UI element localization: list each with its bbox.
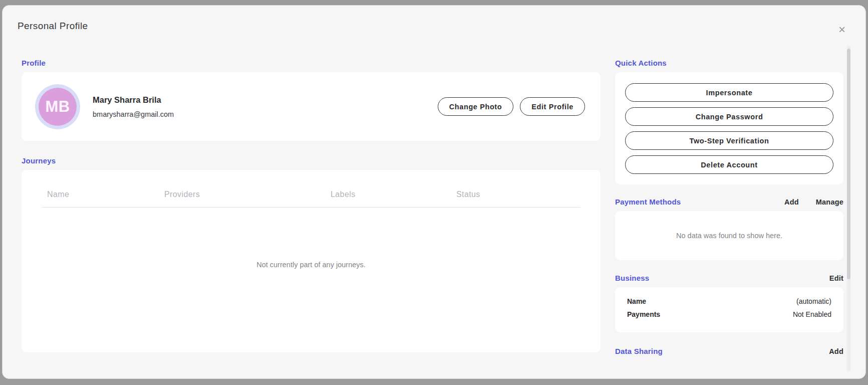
page-title: Personal Profile bbox=[18, 21, 88, 32]
side-column: Quick Actions Impersonate Change Passwor… bbox=[615, 59, 843, 360]
change-photo-button[interactable]: Change Photo bbox=[438, 97, 513, 116]
payment-methods-section-label: Payment Methods bbox=[615, 198, 681, 206]
quick-actions-section-header: Quick Actions bbox=[615, 59, 843, 67]
edit-profile-button[interactable]: Edit Profile bbox=[520, 97, 585, 116]
business-card: Name (automatic) Payments Not Enabled bbox=[615, 287, 843, 332]
business-edit-link[interactable]: Edit bbox=[829, 274, 843, 282]
column-header-labels: Labels bbox=[331, 190, 456, 199]
impersonate-button[interactable]: Impersonate bbox=[625, 83, 833, 102]
profile-card: MB Mary Sharra Brila bmarysharra@gmail.c… bbox=[22, 72, 601, 141]
payment-methods-empty-message: No data was found to show here. bbox=[676, 232, 782, 240]
avatar-initials: MB bbox=[39, 88, 77, 126]
journeys-card: Name Providers Labels Status Not current… bbox=[22, 170, 601, 352]
person-email: bmarysharra@gmail.com bbox=[93, 110, 438, 118]
payment-methods-add-link[interactable]: Add bbox=[784, 198, 799, 206]
business-name-label: Name bbox=[627, 297, 646, 305]
change-password-button[interactable]: Change Password bbox=[625, 107, 833, 126]
personal-profile-modal: Personal Profile × Profile MB Mary Sharr… bbox=[2, 5, 866, 379]
profile-section-header: Profile bbox=[22, 59, 601, 67]
journeys-section-header: Journeys bbox=[22, 156, 601, 165]
journeys-section-label: Journeys bbox=[22, 156, 56, 165]
delete-account-button[interactable]: Delete Account bbox=[625, 155, 833, 174]
close-icon[interactable]: × bbox=[838, 24, 845, 36]
payment-methods-links: Add Manage bbox=[784, 198, 843, 206]
journeys-empty-message: Not currently part of any journeys. bbox=[22, 261, 601, 269]
data-sharing-section-label: Data Sharing bbox=[615, 347, 663, 355]
business-payments-value: Not Enabled bbox=[793, 310, 831, 318]
quick-actions-card: Impersonate Change Password Two-Step Ver… bbox=[615, 72, 843, 184]
column-header-status: Status bbox=[456, 190, 581, 199]
vertical-scrollbar[interactable] bbox=[847, 46, 850, 371]
business-row-name: Name (automatic) bbox=[627, 297, 831, 305]
journeys-table: Name Providers Labels Status bbox=[42, 190, 581, 208]
person-info: Mary Sharra Brila bmarysharra@gmail.com bbox=[93, 95, 438, 118]
journeys-table-header: Name Providers Labels Status bbox=[42, 190, 581, 208]
two-step-verification-button[interactable]: Two-Step Verification bbox=[625, 131, 833, 150]
business-name-value: (automatic) bbox=[796, 297, 831, 305]
payment-methods-manage-link[interactable]: Manage bbox=[816, 198, 843, 206]
business-payments-label: Payments bbox=[627, 310, 660, 318]
payment-methods-card: No data was found to show here. bbox=[615, 211, 843, 260]
main-column: Profile MB Mary Sharra Brila bmarysharra… bbox=[22, 59, 601, 352]
business-section-label: Business bbox=[615, 274, 649, 282]
profile-section-label: Profile bbox=[22, 59, 46, 67]
column-header-providers: Providers bbox=[164, 190, 331, 199]
data-sharing-add-link[interactable]: Add bbox=[829, 347, 843, 355]
payment-methods-section-header: Payment Methods Add Manage bbox=[615, 198, 843, 206]
data-sharing-section-header: Data Sharing Add bbox=[615, 347, 843, 355]
business-row-payments: Payments Not Enabled bbox=[627, 310, 831, 318]
quick-actions-section-label: Quick Actions bbox=[615, 59, 667, 67]
avatar: MB bbox=[35, 84, 80, 129]
business-section-header: Business Edit bbox=[615, 274, 843, 282]
column-header-name: Name bbox=[47, 190, 164, 199]
person-name: Mary Sharra Brila bbox=[93, 95, 438, 105]
profile-actions: Change Photo Edit Profile bbox=[438, 97, 585, 116]
scrollbar-thumb[interactable] bbox=[847, 49, 850, 279]
